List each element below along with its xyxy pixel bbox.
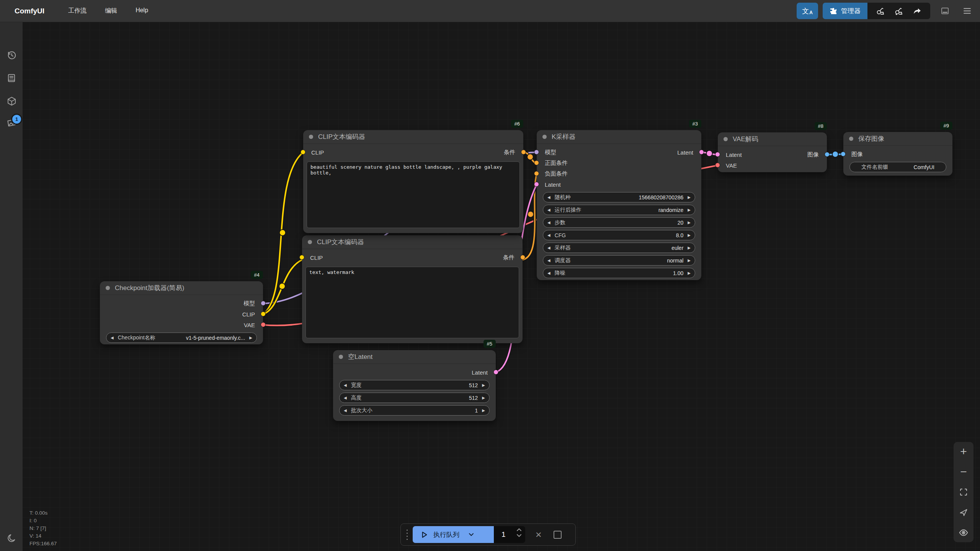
clean-cache-icon[interactable] — [891, 3, 906, 19]
translate-button[interactable]: 文A — [797, 3, 818, 19]
input-port-dot[interactable] — [534, 150, 539, 155]
app-logo[interactable]: ComfyUI — [15, 7, 44, 15]
widget-increment-arrow-icon[interactable]: ▶ — [688, 246, 691, 250]
widget-row[interactable]: ◀Checkpoint名称v1-5-pruned-emaonly.c...▶ — [106, 333, 257, 343]
share-icon[interactable] — [910, 3, 925, 19]
output-port-dot[interactable] — [261, 301, 266, 306]
menu-workflow[interactable]: 工作流 — [68, 7, 87, 15]
menu-edit[interactable]: 编辑 — [105, 7, 117, 15]
node-vae-decode[interactable]: #8VAE解码Latent图像VAE — [718, 132, 827, 172]
widget-increment-arrow-icon[interactable]: ▶ — [482, 383, 485, 387]
widget-decrement-arrow-icon[interactable]: ◀ — [344, 396, 347, 400]
widget-row[interactable]: 文件名前缀ComfyUI — [849, 162, 946, 172]
widget-decrement-arrow-icon[interactable]: ◀ — [547, 259, 550, 262]
widget-decrement-arrow-icon[interactable]: ◀ — [547, 271, 550, 275]
widget-decrement-arrow-icon[interactable]: ◀ — [547, 233, 550, 237]
node-checkpoint-loader[interactable]: #4Checkpoint加载器(简易)模型CLIPVAE◀Checkpoint名… — [100, 281, 263, 344]
node-clip-text-encode-negative[interactable]: #7CLIP文本编码器CLIP条件text, watermark — [302, 235, 523, 343]
widget-row[interactable]: ◀采样器euler▶ — [543, 243, 695, 253]
collapse-dot[interactable] — [309, 135, 313, 139]
node-clip-text-encode-positive[interactable]: #6CLIP文本编码器CLIP条件beautiful scenery natur… — [303, 130, 523, 233]
node-ksampler[interactable]: #3K采样器模型Latent正面条件负面条件Latent◀随机种15668020… — [537, 130, 701, 280]
widget-row[interactable]: ◀步数20▶ — [543, 217, 695, 228]
queue-prompt-button[interactable]: 执行队列 — [413, 526, 494, 543]
batch-decrement-icon[interactable] — [516, 534, 522, 538]
select-mode-button[interactable] — [958, 507, 969, 518]
widget-decrement-arrow-icon[interactable]: ◀ — [111, 336, 114, 340]
widget-decrement-arrow-icon[interactable]: ◀ — [344, 383, 347, 387]
node-library-icon[interactable] — [6, 73, 17, 83]
output-port-dot[interactable] — [699, 150, 704, 155]
collapse-dot[interactable] — [106, 286, 110, 290]
collapse-dot[interactable] — [724, 137, 728, 141]
input-port-dot[interactable] — [534, 171, 539, 176]
input-port-label: Latent — [545, 181, 561, 188]
input-port-dot[interactable] — [534, 160, 539, 165]
bottom-panel-toggle-icon[interactable] — [937, 3, 952, 19]
node-save-image[interactable]: #9保存图像图像文件名前缀ComfyUI — [843, 132, 952, 176]
fit-view-button[interactable] — [958, 486, 969, 498]
model-library-icon[interactable] — [6, 96, 17, 106]
manager-button[interactable]: 管理器 — [823, 3, 867, 19]
widget-increment-arrow-icon[interactable]: ▶ — [482, 409, 485, 412]
input-port-dot[interactable] — [715, 163, 720, 168]
node-slot-row: 图像 — [843, 149, 952, 160]
zoom-in-button[interactable]: + — [958, 446, 969, 457]
widget-increment-arrow-icon[interactable]: ▶ — [688, 208, 691, 212]
output-port-dot[interactable] — [493, 370, 498, 375]
output-port-dot[interactable] — [261, 311, 266, 316]
batch-increment-icon[interactable] — [516, 528, 522, 531]
widget-row[interactable]: ◀随机种156680208700286▶ — [543, 192, 695, 202]
stop-button[interactable] — [554, 531, 562, 539]
input-port-dot[interactable] — [715, 152, 720, 157]
hamburger-menu-icon[interactable] — [959, 3, 975, 19]
performance-stats: T: 0.00s I: 0 N: 7 [7] V: 14 FPS:166.67 — [29, 509, 57, 548]
queue-options-chevron-icon[interactable] — [468, 531, 475, 538]
prompt-textarea[interactable]: text, watermark — [305, 267, 519, 338]
input-port-label: CLIP — [311, 149, 324, 156]
node-empty-latent[interactable]: #5空LatentLatent◀宽度512▶◀高度512▶◀批次大小1▶ — [333, 350, 496, 421]
input-port-dot[interactable] — [534, 182, 539, 187]
widget-increment-arrow-icon[interactable]: ▶ — [482, 396, 485, 400]
widget-increment-arrow-icon[interactable]: ▶ — [688, 221, 691, 225]
widget-decrement-arrow-icon[interactable]: ◀ — [547, 196, 550, 199]
widget-row[interactable]: ◀调度器normal▶ — [543, 255, 695, 266]
widget-row[interactable]: ◀宽度512▶ — [339, 380, 490, 390]
widget-row[interactable]: ◀降噪1.00▶ — [543, 268, 695, 278]
widget-increment-arrow-icon[interactable]: ▶ — [249, 336, 252, 340]
widget-row[interactable]: ◀运行后操作randomize▶ — [543, 205, 695, 215]
widget-decrement-arrow-icon[interactable]: ◀ — [344, 409, 347, 412]
widget-increment-arrow-icon[interactable]: ▶ — [688, 271, 691, 275]
queue-history-icon[interactable] — [6, 50, 17, 60]
drag-handle[interactable] — [407, 530, 408, 540]
batch-count-input[interactable]: 1 — [494, 526, 525, 543]
stat-version: V: 14 — [29, 532, 57, 540]
widget-decrement-arrow-icon[interactable]: ◀ — [547, 221, 550, 225]
widget-increment-arrow-icon[interactable]: ▶ — [688, 196, 691, 199]
output-port-dot[interactable] — [825, 152, 830, 157]
input-port-dot[interactable] — [841, 152, 846, 156]
collapse-dot[interactable] — [339, 355, 343, 359]
collapse-dot[interactable] — [542, 135, 547, 139]
toggle-link-visibility-eye-icon[interactable] — [958, 527, 969, 538]
widget-decrement-arrow-icon[interactable]: ◀ — [547, 208, 550, 212]
output-port-dot[interactable] — [521, 150, 526, 155]
zoom-out-button[interactable]: − — [958, 466, 969, 478]
clean-workflow-icon[interactable] — [873, 3, 888, 19]
output-port-dot[interactable] — [520, 255, 525, 260]
widget-row[interactable]: ◀批次大小1▶ — [339, 405, 490, 416]
theme-toggle-moon-icon[interactable] — [6, 533, 17, 544]
widget-row[interactable]: ◀高度512▶ — [339, 393, 490, 403]
collapse-dot[interactable] — [849, 137, 853, 141]
output-port-dot[interactable] — [261, 322, 266, 327]
cancel-queue-icon[interactable]: ✕ — [535, 531, 542, 539]
menu-help[interactable]: Help — [136, 7, 148, 15]
widget-row[interactable]: ◀CFG8.0▶ — [543, 230, 695, 240]
widget-increment-arrow-icon[interactable]: ▶ — [688, 233, 691, 237]
prompt-textarea[interactable]: beautiful scenery nature glass bottle la… — [307, 161, 520, 228]
input-port-dot[interactable] — [301, 150, 305, 155]
input-port-dot[interactable] — [299, 255, 304, 260]
widget-decrement-arrow-icon[interactable]: ◀ — [547, 246, 550, 250]
widget-increment-arrow-icon[interactable]: ▶ — [688, 259, 691, 262]
collapse-dot[interactable] — [308, 240, 312, 244]
